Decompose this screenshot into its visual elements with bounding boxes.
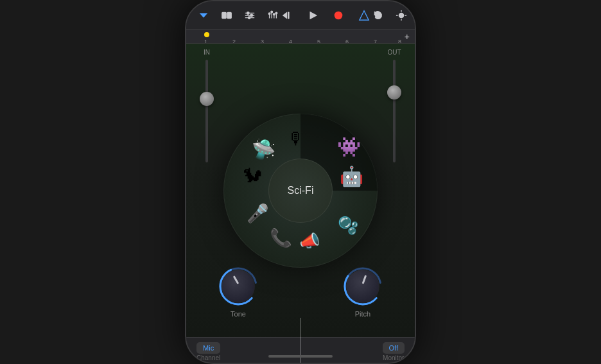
- voice-wheel[interactable]: 🛸 🎙 👾 🐿 🤖 🎤 📞 📣 🫧 Sci-Fi: [223, 114, 378, 268]
- mix-button[interactable]: [243, 8, 257, 22]
- ruler-tick-7: 7: [374, 39, 377, 44]
- ruler-tick-5: 5: [317, 39, 320, 44]
- dropdown-button[interactable]: [196, 8, 211, 22]
- svg-point-20: [335, 11, 343, 19]
- pitch-label: Pitch: [355, 310, 370, 318]
- svg-marker-17: [283, 12, 287, 19]
- rewind-button[interactable]: [280, 8, 294, 22]
- voice-telephone[interactable]: 📞: [270, 227, 292, 248]
- brightness-button[interactable]: [394, 8, 408, 22]
- svg-point-8: [248, 16, 250, 19]
- tone-knob-wrapper[interactable]: [218, 266, 258, 306]
- svg-marker-21: [360, 10, 369, 19]
- smart-button[interactable]: [357, 8, 371, 22]
- in-slider-container: IN: [194, 44, 220, 337]
- playhead-marker: [204, 32, 209, 37]
- voice-microphone[interactable]: 🎙: [288, 129, 304, 149]
- channel-label: Channel: [196, 354, 220, 361]
- svg-rect-2: [227, 12, 231, 18]
- phone-frame: 1 2 3 4 5 6 7 8 + IN OUT: [185, 0, 416, 364]
- main-content: IN OUT: [186, 44, 415, 337]
- ruler-tick-1: 1: [204, 39, 207, 44]
- in-slider-thumb[interactable]: [200, 92, 214, 106]
- undo-button[interactable]: [371, 8, 385, 22]
- timeline-ruler: 1 2 3 4 5 6 7 8 +: [186, 30, 415, 44]
- tone-knob-container: Tone: [218, 266, 258, 318]
- in-label: IN: [204, 49, 210, 56]
- svg-rect-1: [222, 12, 226, 18]
- mic-channel-container: Mic Channel: [196, 342, 220, 361]
- eq-button[interactable]: [266, 8, 280, 22]
- svg-marker-0: [200, 13, 208, 17]
- voice-mic2[interactable]: 🎤: [247, 203, 269, 224]
- voice-ufo[interactable]: 🛸: [252, 138, 275, 160]
- tone-label: Tone: [231, 310, 246, 318]
- ruler-tick-4: 4: [289, 39, 292, 44]
- voice-robot[interactable]: 🤖: [340, 165, 363, 187]
- monitor-container: Off Monitor: [383, 342, 405, 361]
- svg-rect-18: [288, 12, 290, 19]
- out-slider-container: OUT: [381, 44, 407, 337]
- out-slider-thumb[interactable]: [387, 85, 401, 100]
- svg-point-6: [247, 12, 250, 14]
- svg-marker-19: [310, 11, 318, 19]
- out-label: OUT: [387, 49, 401, 56]
- toolbar-center: [280, 8, 371, 22]
- voice-monster[interactable]: 👾: [337, 135, 361, 158]
- monitor-button[interactable]: Off: [383, 342, 405, 354]
- toolbar: [186, 1, 415, 30]
- ruler-tick-6: 6: [345, 39, 349, 44]
- toolbar-right: [371, 8, 416, 22]
- wheel-inner: Sci-Fi: [268, 159, 333, 223]
- svg-point-22: [399, 13, 403, 17]
- voice-megaphone[interactable]: 📣: [299, 231, 320, 251]
- ruler-tick-3: 3: [261, 39, 264, 44]
- wheel-center-label: Sci-Fi: [288, 185, 314, 196]
- svg-point-7: [250, 14, 253, 17]
- in-slider[interactable]: [205, 60, 208, 162]
- track-view-button[interactable]: [220, 8, 234, 22]
- home-indicator: [268, 355, 333, 358]
- toolbar-left: [196, 8, 280, 22]
- monitor-label: Monitor: [383, 354, 404, 361]
- mic-button[interactable]: Mic: [196, 342, 220, 354]
- record-button[interactable]: [331, 8, 345, 22]
- ruler-tick-2: 2: [232, 39, 236, 44]
- svg-point-16: [275, 12, 277, 14]
- pitch-knob-wrapper[interactable]: [343, 266, 383, 306]
- pitch-knob-container: Pitch: [343, 266, 383, 318]
- ruler-tick-8: 8: [398, 39, 401, 44]
- svg-point-14: [271, 11, 273, 13]
- voice-bubble[interactable]: 🫧: [338, 216, 358, 236]
- svg-point-15: [273, 13, 275, 15]
- add-track-button[interactable]: +: [405, 31, 410, 42]
- voice-squirrel[interactable]: 🐿: [243, 165, 262, 187]
- svg-point-13: [268, 12, 270, 14]
- play-button[interactable]: [306, 8, 320, 22]
- out-slider[interactable]: [393, 60, 396, 162]
